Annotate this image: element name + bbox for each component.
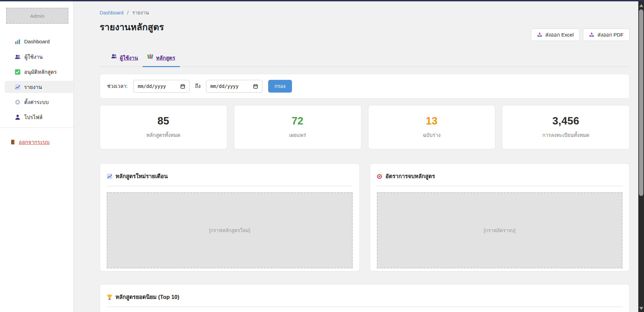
- sidebar-item-label: รายงาน: [24, 83, 42, 91]
- date-from-input[interactable]: mm/dd/yyyy: [133, 80, 190, 93]
- tab-courses[interactable]: หลักสูตร: [143, 53, 180, 67]
- tab-users[interactable]: ผู้ใช้งาน: [106, 53, 143, 67]
- stat-label: เผยแพร่: [289, 131, 306, 139]
- sidebar-logo: Admin: [6, 8, 68, 24]
- sidebar-item-profile[interactable]: โปรไฟล์: [5, 111, 73, 123]
- date-to-input[interactable]: mm/dd/yyyy: [206, 80, 262, 93]
- sidebar-item-label: โปรไฟล์: [24, 113, 43, 121]
- export-excel-button[interactable]: ส่งออก Excel: [531, 29, 580, 41]
- panel-new-courses-header: หลักสูตรใหม่รายเดือน: [107, 172, 353, 180]
- panel-title: หลักสูตรยอดนิยม (Top 10): [115, 293, 179, 301]
- completion-chart-placeholder: [กราฟอัตราจบ]: [377, 192, 623, 268]
- door-icon: [10, 139, 15, 145]
- sidebar-item-label: อนุมัติหลักสูตร: [24, 68, 57, 76]
- stat-card-published: 72 เผยแพร่: [234, 105, 361, 149]
- panel-new-courses: หลักสูตรใหม่รายเดือน [กราฟหลักสูตรใหม่]: [100, 163, 360, 271]
- panel-title: หลักสูตรใหม่รายเดือน: [115, 172, 168, 180]
- sidebar-nav: Dashboard ผู้ใช้งาน อนุมัติหลักสูตร: [0, 36, 73, 123]
- new-courses-chart-placeholder: [กราฟหลักสูตรใหม่]: [107, 192, 353, 268]
- chart-up-icon: [107, 173, 112, 179]
- filter-button[interactable]: กรอง: [268, 80, 292, 93]
- chart-up-icon: [15, 84, 20, 90]
- stat-label: หลักสูตรทั้งหมด: [146, 131, 181, 139]
- calendar-icon[interactable]: [253, 84, 258, 89]
- scrollbar-down-arrow-icon[interactable]: [639, 307, 643, 310]
- stat-card-drafts: 13 ฉบับร่าง: [368, 105, 496, 149]
- logout-link[interactable]: ออกจากระบบ: [10, 138, 50, 146]
- export-pdf-label: ส่งออก PDF: [597, 31, 624, 39]
- stat-value: 85: [157, 115, 169, 127]
- users-icon: [15, 54, 21, 59]
- page-title: รายงานหลักสูตร: [100, 21, 164, 33]
- filter-range-label: ช่วงเวลา:: [107, 82, 128, 90]
- date-from-value: mm/dd/yyyy: [138, 84, 166, 89]
- tab-courses-label: หลักสูตร: [156, 54, 175, 62]
- app-root: Admin Dashboard ผู้ใช้งาน: [0, 1, 644, 312]
- bar-chart-icon: [15, 39, 20, 45]
- main-content: Dashboard / รายงาน รายงานหลักสูตร ส่งออก…: [74, 1, 638, 312]
- scrollbar-thumb[interactable]: [639, 9, 643, 196]
- check-icon: [15, 69, 20, 75]
- vertical-scrollbar[interactable]: [638, 1, 644, 312]
- export-buttons: ส่งออก Excel ส่งออก PDF: [531, 29, 630, 41]
- person-icon: [15, 114, 20, 120]
- gear-icon: [15, 99, 20, 105]
- trophy-icon: [107, 294, 112, 300]
- panel-divider: [107, 186, 353, 186]
- export-excel-label: ส่งออก Excel: [545, 31, 574, 39]
- target-icon: [377, 173, 383, 179]
- panel-divider: [377, 186, 623, 186]
- download-icon: [589, 32, 594, 38]
- tab-users-label: ผู้ใช้งาน: [120, 54, 138, 62]
- panel-divider: [107, 307, 623, 307]
- stat-card-total-courses: 85 หลักสูตรทั้งหมด: [100, 105, 227, 149]
- date-to-value: mm/dd/yyyy: [210, 84, 239, 89]
- stat-value: 13: [426, 115, 438, 127]
- placeholder-label: [กราฟหลักสูตรใหม่]: [209, 226, 250, 234]
- sidebar-logo-label: Admin: [30, 13, 45, 19]
- books-icon: [147, 54, 153, 59]
- filter-bar: ช่วงเวลา: mm/dd/yyyy ถึง mm/dd/yyyy กรอง: [100, 74, 630, 99]
- tab-bar: ผู้ใช้งาน หลักสูตร: [100, 53, 630, 67]
- sidebar-item-label: ผู้ใช้งาน: [24, 53, 43, 61]
- stat-label: การลงทะเบียนทั้งหมด: [542, 131, 589, 139]
- logout-label: ออกจากระบบ: [19, 138, 50, 146]
- sidebar-item-label: Dashboard: [24, 39, 50, 45]
- download-icon: [537, 32, 542, 38]
- panel-title: อัตราการจบหลักสูตร: [386, 172, 435, 180]
- sidebar-item-settings[interactable]: ตั้งค่าระบบ: [5, 96, 73, 108]
- scrollbar-up-arrow-icon[interactable]: [639, 4, 643, 7]
- placeholder-label: [กราฟอัตราจบ]: [484, 226, 515, 234]
- panel-completion-rate: อัตราการจบหลักสูตร [กราฟอัตราจบ]: [370, 163, 630, 271]
- sidebar-divider: [0, 127, 73, 128]
- breadcrumb: Dashboard / รายงาน: [100, 9, 630, 16]
- sidebar-item-dashboard[interactable]: Dashboard: [5, 36, 73, 48]
- breadcrumb-dashboard-link[interactable]: Dashboard: [100, 10, 123, 15]
- stats-row: 85 หลักสูตรทั้งหมด 72 เผยแพร่ 13 ฉบับร่า…: [100, 105, 630, 149]
- calendar-icon[interactable]: [180, 84, 185, 89]
- panel-completion-header: อัตราการจบหลักสูตร: [377, 172, 623, 180]
- sidebar-item-reports[interactable]: รายงาน: [5, 81, 73, 93]
- panel-top-courses: หลักสูตรยอดนิยม (Top 10): [100, 284, 630, 312]
- breadcrumb-separator: /: [127, 10, 129, 15]
- sidebar-item-label: ตั้งค่าระบบ: [24, 98, 49, 106]
- stat-value: 72: [292, 115, 303, 127]
- stat-value: 3,456: [552, 115, 579, 127]
- export-pdf-button[interactable]: ส่งออก PDF: [583, 29, 630, 41]
- stat-card-total-enrollments: 3,456 การลงทะเบียนทั้งหมด: [502, 105, 630, 149]
- panel-top-courses-header: หลักสูตรยอดนิยม (Top 10): [107, 293, 623, 301]
- sidebar: Admin Dashboard ผู้ใช้งาน: [0, 1, 74, 312]
- sidebar-item-users[interactable]: ผู้ใช้งาน: [5, 51, 73, 63]
- sidebar-item-approve-courses[interactable]: อนุมัติหลักสูตร: [5, 66, 73, 78]
- stat-label: ฉบับร่าง: [423, 131, 441, 139]
- breadcrumb-current: รายงาน: [132, 10, 149, 15]
- users-icon: [111, 54, 117, 59]
- page-header: รายงานหลักสูตร ส่งออก Excel ส่งออก PDF: [100, 21, 630, 41]
- charts-row: หลักสูตรใหม่รายเดือน [กราฟหลักสูตรใหม่]: [100, 163, 630, 271]
- filter-to-label: ถึง: [195, 82, 200, 90]
